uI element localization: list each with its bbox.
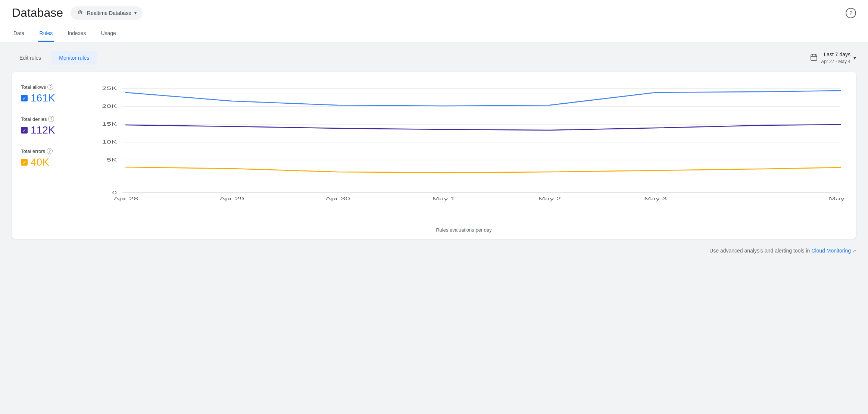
svg-text:May 1: May 1 — [432, 197, 455, 201]
footer-note: Use advanced analysis and alerting tools… — [12, 248, 856, 254]
legend-denies-label: Total denies — [21, 116, 47, 122]
denies-help-icon[interactable]: ? — [48, 116, 54, 122]
toolbar-left: Edit rules Monitor rules — [12, 51, 97, 65]
denies-value: 112K — [31, 124, 55, 136]
errors-checkbox[interactable]: ✓ — [21, 159, 28, 166]
allows-checkbox[interactable]: ✓ — [21, 95, 28, 101]
svg-text:10K: 10K — [102, 140, 117, 145]
chart-area: 25K 20K 15K 10K 5K 0 — [81, 81, 847, 233]
chevron-down-icon: ▾ — [853, 55, 856, 61]
legend-errors: Total errors ? ✓ 40K — [21, 148, 81, 168]
nav-tabs: Data Rules Indexes Usage — [12, 26, 856, 42]
svg-text:May 2: May 2 — [538, 197, 561, 201]
svg-text:20K: 20K — [102, 104, 117, 109]
realtime-db-icon — [77, 9, 84, 17]
svg-text:May 3: May 3 — [644, 197, 667, 201]
db-selector-chevron-icon: ▾ — [134, 10, 137, 16]
svg-text:15K: 15K — [102, 122, 117, 127]
allows-value: 161K — [31, 92, 55, 104]
chart-svg: 25K 20K 15K 10K 5K 0 — [81, 81, 847, 223]
svg-text:5K: 5K — [107, 158, 117, 163]
legend-errors-label: Total errors — [21, 148, 45, 154]
date-range-label: Last 7 days — [821, 51, 850, 59]
external-link-icon: ↗ — [852, 249, 856, 254]
chart-card: Total allows ? ✓ 161K Total denies ? ✓ — [12, 72, 856, 239]
date-range-selector[interactable]: Last 7 days Apr 27 - May 4 ▾ — [810, 51, 856, 65]
page-title: Database — [12, 6, 63, 20]
svg-text:0: 0 — [112, 191, 117, 195]
svg-rect-0 — [811, 55, 817, 60]
errors-help-icon[interactable]: ? — [47, 148, 53, 154]
calendar-icon — [810, 53, 818, 63]
footer-note-text: Use advanced analysis and alerting tools… — [709, 248, 810, 254]
help-button[interactable]: ? — [846, 8, 856, 18]
legend-denies: Total denies ? ✓ 112K — [21, 116, 81, 136]
legend-allows-label: Total allows — [21, 84, 46, 90]
date-range-sub: Apr 27 - May 4 — [821, 59, 850, 65]
errors-value: 40K — [31, 156, 49, 168]
tab-data[interactable]: Data — [12, 26, 26, 42]
svg-text:May 4: May 4 — [829, 197, 847, 201]
svg-text:Apr 28: Apr 28 — [113, 197, 138, 201]
legend-panel: Total allows ? ✓ 161K Total denies ? ✓ — [21, 81, 81, 233]
legend-allows: Total allows ? ✓ 161K — [21, 84, 81, 104]
svg-text:Apr 30: Apr 30 — [325, 197, 350, 201]
tab-usage[interactable]: Usage — [99, 26, 117, 42]
denies-checkbox[interactable]: ✓ — [21, 127, 28, 134]
chart-footer-label: Rules evaluations per day — [81, 227, 847, 233]
db-selector-label: Realtime Database — [87, 10, 131, 16]
toolbar: Edit rules Monitor rules Last 7 days Apr… — [12, 51, 856, 65]
svg-text:Apr 29: Apr 29 — [219, 197, 244, 201]
tab-indexes[interactable]: Indexes — [66, 26, 87, 42]
monitor-rules-button[interactable]: Monitor rules — [51, 51, 97, 65]
allows-help-icon[interactable]: ? — [47, 84, 53, 90]
date-info: Last 7 days Apr 27 - May 4 — [821, 51, 850, 65]
cloud-monitoring-link[interactable]: Cloud Monitoring — [811, 248, 851, 254]
edit-rules-button[interactable]: Edit rules — [12, 51, 49, 65]
tab-rules[interactable]: Rules — [38, 26, 54, 42]
db-selector[interactable]: Realtime Database ▾ — [71, 6, 143, 20]
svg-text:25K: 25K — [102, 86, 117, 91]
